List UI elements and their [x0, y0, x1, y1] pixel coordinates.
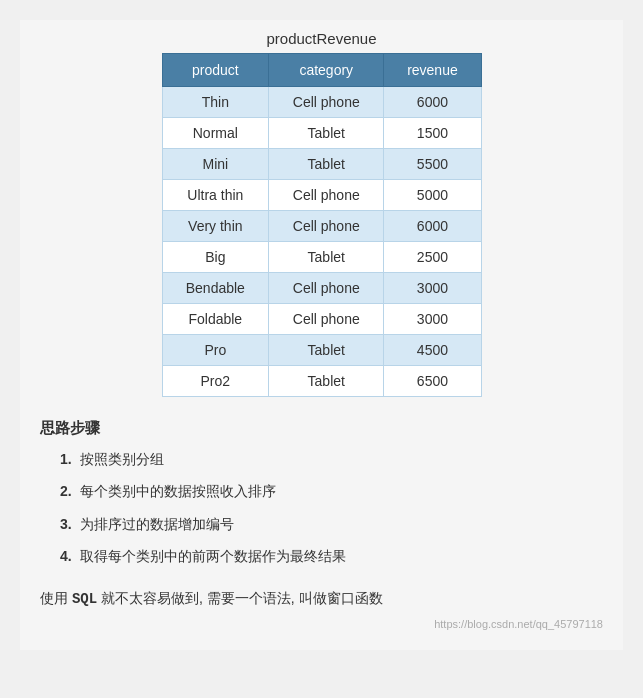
table-row: NormalTablet1500 — [162, 118, 481, 149]
table-row: BendableCell phone3000 — [162, 273, 481, 304]
table-cell: 5500 — [384, 149, 481, 180]
step-item: 1. 按照类别分组 — [60, 448, 603, 470]
table-cell: Cell phone — [269, 180, 384, 211]
footer-text: 使用 SQL 就不太容易做到, 需要一个语法, 叫做窗口函数 — [40, 586, 603, 612]
table-cell: 1500 — [384, 118, 481, 149]
col-header-product: product — [162, 54, 269, 87]
table-cell: Tablet — [269, 118, 384, 149]
table-cell: Thin — [162, 87, 269, 118]
table-cell: Cell phone — [269, 211, 384, 242]
table-row: ThinCell phone6000 — [162, 87, 481, 118]
step-item: 3. 为排序过的数据增加编号 — [60, 513, 603, 535]
watermark: https://blog.csdn.net/qq_45797118 — [40, 618, 603, 630]
table-cell: 2500 — [384, 242, 481, 273]
table-cell: Big — [162, 242, 269, 273]
table-cell: Pro — [162, 335, 269, 366]
steps-list: 1. 按照类别分组2. 每个类别中的数据按照收入排序3. 为排序过的数据增加编号… — [40, 448, 603, 568]
step-item: 2. 每个类别中的数据按照收入排序 — [60, 480, 603, 502]
table-row: Pro2Tablet6500 — [162, 366, 481, 397]
table-cell: Very thin — [162, 211, 269, 242]
table-cell: Cell phone — [269, 87, 384, 118]
table-cell: Pro2 — [162, 366, 269, 397]
table-cell: 6000 — [384, 211, 481, 242]
page-container: productRevenue product category revenue … — [20, 20, 623, 650]
table-row: FoldableCell phone3000 — [162, 304, 481, 335]
table-cell: Mini — [162, 149, 269, 180]
table-cell: 4500 — [384, 335, 481, 366]
section-title: 思路步骤 — [40, 419, 603, 438]
table-cell: Tablet — [269, 366, 384, 397]
table-row: MiniTablet5500 — [162, 149, 481, 180]
step-item: 4. 取得每个类别中的前两个数据作为最终结果 — [60, 545, 603, 567]
table-row: Very thinCell phone6000 — [162, 211, 481, 242]
table-row: BigTablet2500 — [162, 242, 481, 273]
table-cell: Ultra thin — [162, 180, 269, 211]
table-cell: 6000 — [384, 87, 481, 118]
table-cell: Cell phone — [269, 273, 384, 304]
table-cell: Bendable — [162, 273, 269, 304]
table-row: Ultra thinCell phone5000 — [162, 180, 481, 211]
table-title: productRevenue — [40, 30, 603, 47]
table-cell: 6500 — [384, 366, 481, 397]
sql-keyword: SQL — [72, 591, 97, 607]
table-cell: Tablet — [269, 335, 384, 366]
table-cell: Cell phone — [269, 304, 384, 335]
table-cell: Normal — [162, 118, 269, 149]
col-header-revenue: revenue — [384, 54, 481, 87]
table-cell: 5000 — [384, 180, 481, 211]
table-cell: Tablet — [269, 242, 384, 273]
table-cell: Tablet — [269, 149, 384, 180]
table-row: ProTablet4500 — [162, 335, 481, 366]
table-cell: Foldable — [162, 304, 269, 335]
table-cell: 3000 — [384, 273, 481, 304]
footer-text-before: 使用 — [40, 590, 68, 606]
product-revenue-table: product category revenue ThinCell phone6… — [162, 53, 482, 397]
footer-text-after: 就不太容易做到, 需要一个语法, 叫做窗口函数 — [101, 590, 383, 606]
table-header-row: product category revenue — [162, 54, 481, 87]
col-header-category: category — [269, 54, 384, 87]
table-cell: 3000 — [384, 304, 481, 335]
